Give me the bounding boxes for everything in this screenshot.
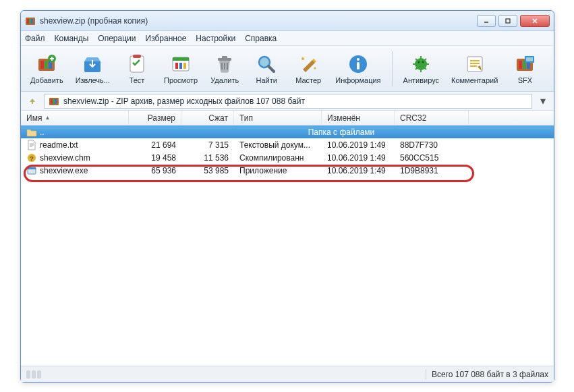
parent-folder-row[interactable]: .. Папка с файлами [21,125,554,138]
test-icon [126,53,148,75]
svg-rect-18 [179,63,182,69]
sfx-label: SFX [518,76,532,84]
file-row[interactable]: ? shexview.chm 19 458 11 536 Скомпилиров… [21,151,554,164]
menu-commands[interactable]: Команды [55,34,89,43]
find-icon [256,53,277,75]
info-icon [347,53,369,75]
col-type[interactable]: Тип [234,111,322,125]
delete-icon [214,53,235,75]
svg-rect-5 [506,19,510,23]
menu-settings[interactable]: Настройки [196,34,235,43]
svg-rect-46 [28,167,36,169]
toolbar-separator [392,51,393,86]
parent-type: Папка с файлами [129,128,554,137]
svg-rect-13 [130,56,144,72]
comment-button[interactable]: Комментарий [447,51,502,87]
view-icon [170,53,192,75]
svg-rect-9 [40,61,44,69]
svg-rect-16 [173,57,189,61]
add-button[interactable]: Добавить [26,51,67,87]
close-button[interactable] [520,15,550,27]
extract-button[interactable]: Извлечь... [71,51,114,87]
view-button[interactable]: Просмотр [160,51,202,87]
col-packed[interactable]: Сжат [181,111,234,125]
svg-rect-10 [45,61,48,69]
find-button[interactable]: Найти [248,51,285,87]
svg-point-31 [422,61,424,63]
folder-icon [26,127,37,138]
comment-icon [464,53,486,75]
file-row[interactable]: shexview.exe 65 936 53 985 Приложение 10… [21,164,554,177]
extract-icon [82,53,103,75]
titlebar: shexview.zip (пробная копия) [21,11,554,31]
col-crc[interactable]: CRC32 [395,111,469,125]
sort-asc-icon: ▲ [45,115,50,121]
col-size[interactable]: Размер [129,111,181,125]
sfx-icon [514,53,536,75]
minimize-button[interactable] [477,15,496,27]
svg-rect-41 [53,99,55,104]
menu-help[interactable]: Справка [245,34,277,43]
menu-operations[interactable]: Операции [98,34,136,43]
svg-rect-21 [222,56,227,59]
menubar: Файл Команды Операции Избранное Настройк… [21,31,554,46]
txt-file-icon [26,140,37,150]
toolbar: Добавить Извлечь... Тест Просмотр Удалит… [21,46,554,92]
address-dropdown[interactable]: ▾ [538,94,548,107]
comment-label: Комментарий [451,76,498,84]
add-icon [36,53,57,75]
svg-rect-14 [133,55,141,58]
svg-rect-40 [51,99,53,104]
col-name[interactable]: Имя▲ [21,111,129,125]
test-button[interactable]: Тест [118,51,156,87]
test-label: Тест [130,76,145,84]
col-modified[interactable]: Изменён [322,111,395,125]
sfx-button[interactable]: SFX [506,51,544,87]
antivirus-button[interactable]: Антивирус [399,51,443,87]
svg-text:?: ? [30,155,34,162]
window: shexview.zip (пробная копия) Файл Команд… [20,10,554,383]
pathbar: shexview.zip - ZIP архив, размер исходны… [21,92,554,111]
antivirus-icon [410,53,432,75]
up-button[interactable] [26,94,38,109]
menu-favorites[interactable]: Избранное [146,34,187,43]
wizard-label: Мастер [295,76,321,84]
svg-rect-2 [29,19,31,24]
svg-point-25 [314,67,316,69]
window-controls [477,15,550,27]
add-label: Добавить [30,76,63,84]
wizard-button[interactable]: Мастер [289,51,327,87]
status-total: Всего 107 088 байт в 3 файлах [432,370,548,379]
statusbar: Всего 107 088 байт в 3 файлах [21,366,554,382]
wizard-icon [297,53,319,75]
svg-rect-3 [31,19,33,24]
svg-rect-17 [175,63,178,69]
svg-point-30 [418,61,420,63]
exe-file-icon [26,165,37,176]
svg-point-27 [357,58,360,61]
file-row[interactable]: readme.txt 21 694 7 315 Текстовый докум.… [21,138,554,151]
svg-point-24 [302,57,304,60]
view-label: Просмотр [164,76,198,84]
window-title: shexview.zip (пробная копия) [40,16,477,26]
info-button[interactable]: Информация [331,51,384,87]
file-list: Имя▲ Размер Сжат Тип Изменён CRC32 .. Па… [21,111,554,366]
column-headers: Имя▲ Размер Сжат Тип Изменён CRC32 [21,111,554,125]
info-label: Информация [335,76,380,84]
svg-line-23 [268,66,274,72]
status-grip-icon [26,370,53,379]
address-box[interactable]: shexview.zip - ZIP архив, размер исходны… [44,94,532,109]
parent-name: .. [40,128,45,137]
delete-button[interactable]: Удалить [206,51,243,87]
menu-file[interactable]: Файл [25,34,45,43]
chm-file-icon: ? [26,152,37,163]
maximize-button[interactable] [498,15,517,27]
svg-rect-19 [183,63,186,69]
svg-rect-42 [55,99,57,104]
delete-label: Удалить [210,76,239,84]
svg-rect-34 [519,61,522,69]
svg-rect-38 [526,57,533,61]
svg-rect-1 [27,19,29,24]
extract-label: Извлечь... [76,76,110,84]
address-text: shexview.zip - ZIP архив, размер исходны… [63,96,305,106]
